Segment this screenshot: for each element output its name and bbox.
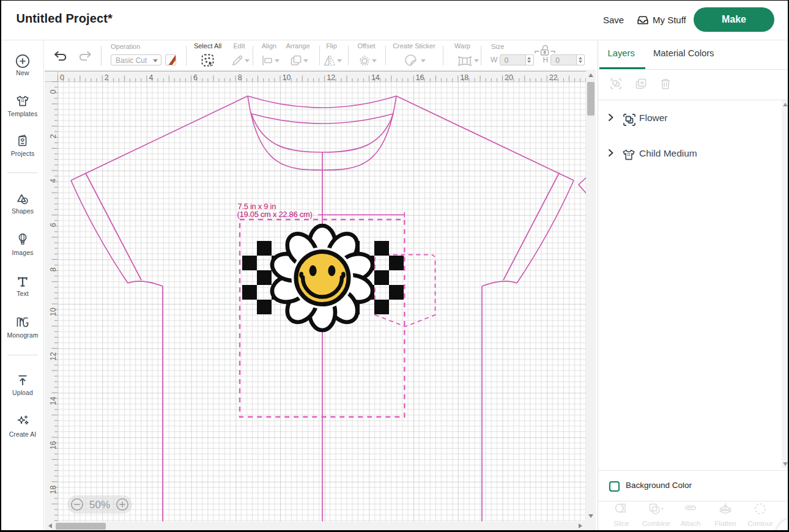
svg-text:50%: 50% <box>89 499 110 511</box>
svg-text:(19.05 cm x 22.86 cm): (19.05 cm x 22.86 cm) <box>237 210 313 219</box>
